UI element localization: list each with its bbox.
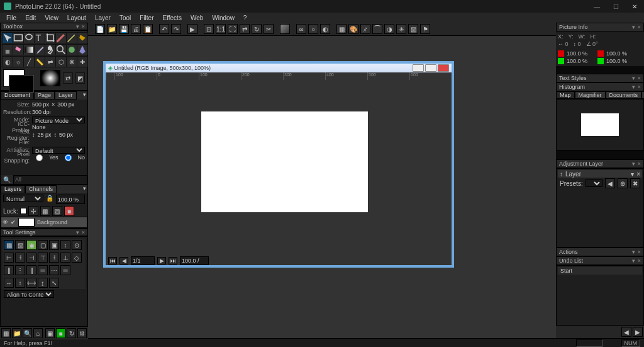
bottom-btn-1[interactable]: ▦	[1, 328, 11, 338]
bottom-btn-2[interactable]: 📁	[12, 328, 21, 338]
ts-btn-3[interactable]: ◉	[26, 240, 36, 250]
tab-layers[interactable]: Layers	[1, 185, 25, 193]
tb-gradient-ind[interactable]	[280, 24, 290, 34]
snap-yes-radio[interactable]	[32, 154, 47, 161]
align-extra[interactable]: ◇	[72, 253, 82, 263]
tb-open[interactable]: 📁	[107, 24, 117, 34]
zoom-input[interactable]	[180, 256, 209, 265]
panel-menu-icon[interactable]: ▾	[83, 185, 86, 191]
tool-gradient[interactable]	[23, 44, 35, 55]
tab-pages[interactable]: Pages	[641, 91, 644, 99]
align-top[interactable]: ⊤	[38, 253, 48, 263]
window-minimize-button[interactable]: —	[587, 0, 606, 13]
doc-maximize-button[interactable]	[425, 64, 436, 72]
space-h[interactable]: ↔	[4, 278, 14, 288]
bottom-btn-7[interactable]: ↻	[67, 328, 76, 338]
tool-stamp[interactable]	[2, 44, 13, 55]
swap-colors-icon[interactable]: ⇄	[63, 72, 73, 84]
menu-filter[interactable]: Filter	[136, 14, 157, 22]
menu-view[interactable]: View	[41, 14, 62, 22]
doc-close-button[interactable]	[438, 64, 449, 72]
tool-smudge[interactable]: ◐	[2, 56, 13, 67]
tool-pen[interactable]	[77, 44, 88, 55]
tool-crop[interactable]	[45, 32, 56, 43]
align-right[interactable]: ⊣	[26, 253, 36, 263]
tb-fit[interactable]: ⊡	[204, 24, 214, 34]
sizeh[interactable]: ↨	[38, 278, 48, 288]
adj-menu-icon[interactable]: ▾	[631, 171, 634, 178]
actions-header[interactable]: Actions▾×	[556, 247, 644, 256]
align-bottom[interactable]: ⊥	[60, 253, 70, 263]
dist-c[interactable]: ⋮	[15, 265, 25, 275]
tb-zoom100[interactable]: 1:1	[216, 24, 226, 34]
tb-play[interactable]: ▶	[187, 24, 197, 34]
canvas[interactable]	[201, 111, 368, 212]
visibility-icon[interactable]: 👁	[3, 219, 8, 225]
search-icon[interactable]: 🔍	[3, 176, 11, 183]
tool-lasso[interactable]	[23, 32, 35, 43]
ts-btn-2[interactable]: ▧	[15, 240, 25, 250]
menu-window[interactable]: Window	[208, 14, 238, 22]
undo-next-button[interactable]: ▶	[633, 327, 643, 337]
menu-layout[interactable]: Layout	[64, 14, 90, 22]
page-input[interactable]	[131, 256, 155, 265]
preset-del-button[interactable]: ✖	[630, 178, 640, 188]
align-vcenter[interactable]: ⫲	[49, 253, 59, 263]
tb-save[interactable]: 💾	[119, 24, 129, 34]
dist-l[interactable]: ‖	[4, 265, 14, 275]
canvas-stage[interactable]	[113, 80, 452, 256]
tab-magnifier[interactable]: Magnifier	[575, 91, 606, 99]
preset-add-button[interactable]: ⊕	[618, 178, 628, 188]
tool-pencil[interactable]	[66, 32, 77, 43]
window-maximize-button[interactable]: ☐	[606, 0, 625, 13]
bottom-btn-3[interactable]: 🔍	[23, 328, 32, 338]
panel-menu-icon[interactable]: ▾	[83, 91, 86, 98]
foreground-swatch[interactable]	[3, 69, 25, 87]
dist-t[interactable]: ═	[38, 265, 48, 275]
adj-close-icon[interactable]: ×	[636, 171, 640, 178]
menu-edit[interactable]: Edit	[21, 14, 40, 22]
page-next-button[interactable]: ▶	[157, 257, 166, 265]
tab-documents[interactable]: Documents	[606, 91, 642, 99]
tab-channels[interactable]: Channels	[25, 185, 57, 193]
tab-map[interactable]: Map	[556, 91, 575, 99]
doc-minimize-button[interactable]	[413, 64, 424, 72]
antialias-select[interactable]: Default	[32, 147, 85, 154]
tb-mode3[interactable]: ◐	[320, 24, 330, 34]
tool-line[interactable]: ╱	[23, 56, 35, 67]
page-last-button[interactable]: ⏭	[169, 257, 177, 265]
bottom-btn-4[interactable]: ⌂	[33, 328, 43, 338]
tb-extra-1[interactable]: ▧	[408, 24, 418, 34]
tool-eyedropper[interactable]	[34, 44, 45, 55]
tool-spray[interactable]: ❋	[66, 56, 77, 67]
tool-zoom[interactable]	[55, 44, 67, 55]
dist-r[interactable]: ‖	[26, 265, 36, 275]
tb-undo[interactable]: ↶	[159, 24, 169, 34]
lock-pixels-toggle[interactable]: ▦	[40, 206, 50, 216]
menu-effects[interactable]: Effects	[159, 14, 186, 22]
dist-b[interactable]: ═	[60, 265, 70, 275]
opacity-input[interactable]	[56, 195, 85, 204]
align-to-select[interactable]: Align To Content	[4, 290, 54, 298]
menu-layer[interactable]: Layer	[91, 14, 114, 22]
space-v[interactable]: ↕	[15, 278, 25, 288]
window-close-button[interactable]: ✕	[625, 0, 644, 13]
text-styles-header[interactable]: Text Styles▾×	[556, 74, 644, 82]
tool-dodge[interactable]: ☼	[13, 56, 24, 67]
ts-btn-7[interactable]: ⊙	[72, 240, 82, 250]
navigator-panel[interactable]	[556, 99, 644, 151]
presets-select[interactable]	[586, 179, 602, 187]
bottom-btn-6[interactable]: ■	[56, 328, 65, 338]
tool-brush[interactable]	[55, 32, 67, 43]
tb-redo[interactable]: ↷	[171, 24, 181, 34]
bottom-btn-8[interactable]: ⚙	[77, 328, 87, 338]
tool-rect[interactable]	[13, 32, 24, 43]
tb-crop2[interactable]: ✂	[264, 24, 274, 34]
tb-zoomfit[interactable]: ⛶	[228, 24, 238, 34]
sizewh[interactable]: ⤡	[49, 278, 59, 288]
blend-mode-select[interactable]: Normal	[3, 195, 43, 202]
tab-layer[interactable]: Layer	[55, 91, 77, 100]
tool-text[interactable]: T	[34, 32, 45, 43]
undo-entry-start[interactable]: Start	[558, 267, 642, 275]
lock-pos-toggle[interactable]: ✢	[28, 206, 38, 216]
